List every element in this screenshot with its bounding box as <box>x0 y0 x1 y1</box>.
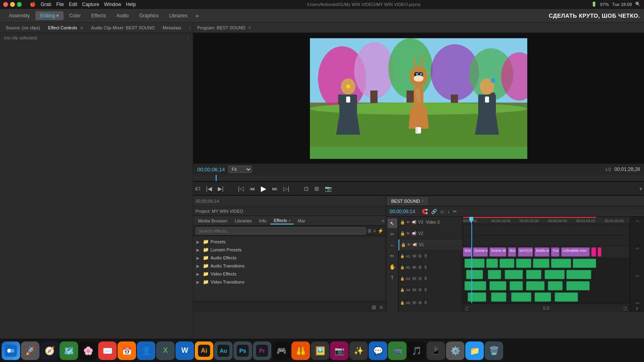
dock-mail[interactable]: ✉️ <box>98 341 117 360</box>
insert-btn[interactable]: ⊡ <box>302 185 310 193</box>
timeline-timecode[interactable]: 00;00;06;14 <box>390 209 415 214</box>
track-lock-v3[interactable]: 🔒 <box>400 220 405 224</box>
dock-vlc[interactable]: 🦺 <box>291 341 310 360</box>
clip-unbrakble[interactable]: unbrakble.mov <box>561 247 589 257</box>
razor-tool[interactable]: ✂ <box>452 208 458 215</box>
step-marker-back-btn[interactable]: |◀ <box>204 185 214 193</box>
track-lock-v2[interactable]: 🔒 <box>400 231 405 236</box>
sequence-menu-icon[interactable]: ≡ <box>421 199 424 203</box>
track-vol-a5[interactable]: 🎚 <box>424 300 428 305</box>
dock-premiere[interactable]: Pr <box>253 341 271 360</box>
list-icon[interactable]: ≡ <box>380 304 383 311</box>
dock-word[interactable]: W <box>175 341 194 360</box>
dock-illustrator[interactable]: Ai <box>195 341 213 360</box>
audio-clip-a1-6[interactable] <box>551 259 571 268</box>
dock-finder2[interactable]: 📁 <box>465 341 484 360</box>
audio-clip-a2-2[interactable] <box>488 270 501 279</box>
out-point-btn[interactable]: ▷| <box>282 185 291 193</box>
snap-tool[interactable]: 🧲 <box>421 208 429 215</box>
tab-libraries[interactable]: Libraries <box>231 218 255 224</box>
fit-dropdown[interactable]: Fit 25% 50% 100% <box>228 166 252 173</box>
menu-grab[interactable]: Grab <box>41 2 52 7</box>
dock-steam[interactable]: 🎮 <box>272 341 291 360</box>
effects-search-input[interactable] <box>196 227 366 234</box>
apple-menu[interactable]: 🍎 <box>30 2 36 7</box>
clip-sce[interactable]: Sce <box>463 247 472 257</box>
insert-tool[interactable]: ↓ <box>446 208 451 215</box>
audio-clip-a3-5[interactable] <box>548 281 563 290</box>
track-lock-a4[interactable]: 🔒 <box>400 288 405 292</box>
track-mute-v1[interactable]: 📢 <box>412 243 417 247</box>
text-tool[interactable]: T <box>388 273 397 282</box>
tab-assembly[interactable]: Assembly <box>4 11 35 20</box>
audio-clip-a2-6[interactable] <box>566 270 591 279</box>
more-panels-icon[interactable]: » <box>382 218 384 224</box>
audio-clip-a1-5[interactable] <box>533 259 549 268</box>
dock-maps[interactable]: 🗺️ <box>60 341 78 360</box>
track-lock-a5[interactable]: 🔒 <box>400 301 405 305</box>
timeline-ruler[interactable]: 00;00;00 00;00;16;00 00;00;32;00 00;00;4… <box>463 217 630 224</box>
clip-fuck[interactable]: Fuck <box>551 247 559 257</box>
tab-graphics[interactable]: Graphics <box>134 11 163 20</box>
panel-more-icon[interactable]: › <box>189 25 190 30</box>
menu-window[interactable]: Window <box>104 2 121 7</box>
track-m-a4[interactable]: M <box>412 288 417 292</box>
clip-end1[interactable] <box>591 247 596 257</box>
dock-appstore[interactable]: 📱 <box>427 341 445 360</box>
scrubber-playhead[interactable] <box>216 175 217 181</box>
tab-effect-controls[interactable]: Effect Controls ✕ <box>45 25 87 31</box>
audio-clip-a4-2[interactable] <box>491 292 506 302</box>
minimize-button[interactable] <box>10 2 15 7</box>
clip-scene-with[interactable]: Scene with <box>473 247 488 257</box>
overwrite-btn[interactable]: ⊞ <box>313 185 321 193</box>
track-visibility-v2[interactable]: 👁 <box>406 231 410 236</box>
dock-photos[interactable]: 🌸 <box>79 341 97 360</box>
dock-trash[interactable]: 🗑️ <box>485 341 503 360</box>
timeline-in-btn[interactable]: ⊏ <box>465 305 470 311</box>
step-fwd-btn[interactable]: ⏭ <box>270 185 279 193</box>
clip-end2[interactable] <box>598 247 601 257</box>
selection-tool[interactable]: ↖ <box>388 218 397 228</box>
dock-preview[interactable]: 🖼️ <box>311 341 329 360</box>
tab-audio[interactable]: Audio <box>111 11 134 20</box>
grid-view-icon[interactable]: ⊞ <box>367 228 372 234</box>
track-lock-a1[interactable]: 🔒 <box>400 254 405 258</box>
expand-icon[interactable]: › <box>187 35 189 40</box>
track-vol-a4[interactable]: 🎚 <box>424 288 428 292</box>
audio-clip-a1-3[interactable] <box>500 259 514 268</box>
accelerate-icon[interactable]: ⚡ <box>378 228 384 234</box>
current-timecode[interactable]: 00;00;06;14 <box>197 167 225 173</box>
audio-clip-a1-7[interactable] <box>573 259 596 268</box>
audio-clip-a4-1[interactable] <box>468 292 486 302</box>
clip-disc[interactable]: disc <box>508 247 516 257</box>
hand-tool[interactable]: ✋ <box>388 262 397 272</box>
monitor-menu-icon[interactable]: ≡ <box>249 25 251 30</box>
tree-video-transitions[interactable]: ▶ 📁 Video Transitions <box>193 278 386 286</box>
dock-sysprefsicon[interactable]: ⚙️ <box>446 341 464 360</box>
dock-safari[interactable]: 🧭 <box>40 341 59 360</box>
menu-file[interactable]: File <box>56 2 64 7</box>
dock-photoshop[interactable]: Ps <box>233 341 252 360</box>
audio-clip-a1-1[interactable] <box>464 259 485 268</box>
dock-photos2[interactable]: 📷 <box>330 341 349 360</box>
tab-source[interactable]: Source: (no clips) <box>2 25 43 31</box>
menu-edit[interactable]: Edit <box>69 2 77 7</box>
track-s-a1[interactable]: S <box>418 254 422 258</box>
track-m-a2[interactable]: M <box>412 265 417 269</box>
track-vol-a3[interactable]: 🎚 <box>424 276 428 281</box>
audio-clip-a2-3[interactable] <box>505 270 523 279</box>
track-mute-v3[interactable]: 📢 <box>411 220 416 224</box>
more-workspaces-button[interactable]: » <box>193 12 201 19</box>
tab-effects[interactable]: Effects <box>87 11 111 20</box>
grid-icon[interactable]: ⊞ <box>372 304 376 311</box>
tree-video-effects[interactable]: ▶ 📁 Video Effects <box>193 270 386 278</box>
audio-clip-a3-6[interactable] <box>566 281 590 290</box>
in-point-btn[interactable]: |◁ <box>236 185 246 193</box>
close-button[interactable] <box>3 2 8 7</box>
audio-clip-a4-5[interactable] <box>555 292 578 302</box>
tree-lumetri[interactable]: ▶ 📁 Lumetri Presets <box>193 246 386 254</box>
track-s-a5[interactable]: S <box>418 301 422 304</box>
step-marker-fwd-btn[interactable]: ▶| <box>216 185 225 193</box>
audio-clip-a2-5[interactable] <box>545 270 565 279</box>
menu-capture[interactable]: Capture <box>82 2 99 7</box>
